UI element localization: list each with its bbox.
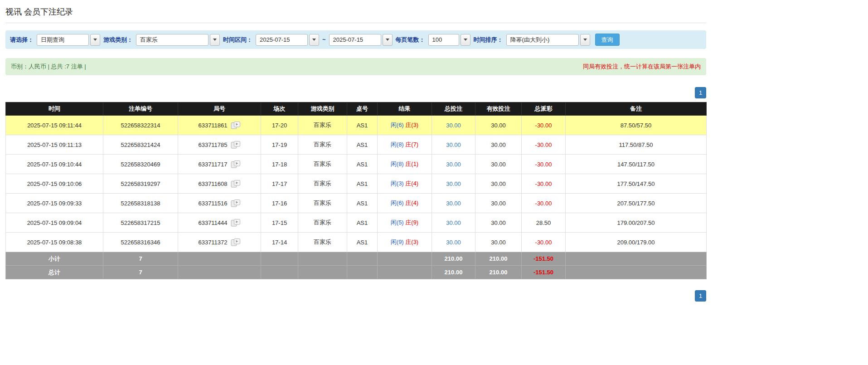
session-cell: 17-17	[261, 174, 298, 194]
col-header-bet-id: 注单编号	[103, 102, 178, 116]
chevron-down-icon	[213, 39, 217, 41]
date-from-dropdown-button[interactable]	[309, 34, 319, 46]
result-cell: 闲(8) 庄(7)	[378, 135, 432, 155]
subtotal-count: 7	[103, 252, 178, 266]
game-type-input[interactable]	[136, 34, 209, 46]
col-header-total-bet: 总投注	[432, 102, 475, 116]
table-row: 2025-07-15 09:09:33 522658318138 6337115…	[6, 194, 707, 213]
bet-id-cell: 522658321424	[103, 135, 178, 155]
round-id-text: 633711861	[198, 122, 227, 129]
col-header-table-no: 桌号	[347, 102, 378, 116]
result-banker: 庄(4)	[405, 200, 418, 206]
total-bet-link[interactable]: 30.00	[446, 200, 461, 207]
result-player: 闲(5)	[391, 219, 404, 226]
pagination-bottom: 1	[5, 290, 706, 302]
total-bet-cell: 30.00	[432, 174, 475, 194]
total-bet-link[interactable]: 30.00	[446, 141, 461, 148]
page-size-dropdown-button[interactable]	[461, 34, 470, 46]
replay-video-icon[interactable]	[231, 160, 241, 169]
result-player: 闲(8)	[391, 141, 404, 148]
table-no-cell: AS1	[347, 135, 378, 155]
filter-label-date-range: 时间区间：	[223, 36, 252, 44]
filter-label-select-mode: 请选择：	[10, 36, 34, 44]
main-container: 视讯 会员下注纪录 请选择： 游戏类别： 时间区间： ~ 每页笔数： 时间排序：	[5, 6, 706, 302]
remark-cell: 179.00/207.50	[566, 213, 707, 233]
replay-video-icon[interactable]	[231, 180, 241, 188]
valid-bet-cell: 30.00	[475, 155, 522, 174]
replay-video-icon[interactable]	[231, 199, 241, 208]
date-from-input[interactable]	[256, 34, 308, 46]
time-sort-dropdown-button[interactable]	[580, 34, 590, 46]
table-no-cell: AS1	[347, 116, 378, 135]
game-type-combobox	[136, 34, 220, 46]
remark-cell: 207.50/177.50	[566, 194, 707, 213]
replay-video-icon[interactable]	[231, 121, 241, 130]
page-title: 视讯 会员下注纪录	[5, 6, 706, 23]
result-banker: 庄(1)	[405, 161, 418, 167]
payout-cell: -30.00	[522, 155, 566, 174]
col-header-session: 场次	[261, 102, 298, 116]
total-bet-link[interactable]: 30.00	[446, 239, 461, 246]
col-header-result: 结果	[378, 102, 432, 116]
round-cell: 633711444	[178, 213, 261, 233]
total-label: 总计	[6, 266, 103, 279]
valid-bet-cell: 30.00	[475, 135, 522, 155]
total-bet-link[interactable]: 30.00	[446, 161, 461, 168]
round-id-text: 633711516	[198, 200, 227, 207]
filter-bar: 请选择： 游戏类别： 时间区间： ~ 每页笔数： 时间排序：	[5, 30, 706, 49]
time-sort-input[interactable]	[506, 34, 579, 46]
time-cell: 2025-07-15 09:10:44	[6, 155, 103, 174]
time-cell: 2025-07-15 09:08:38	[6, 233, 103, 252]
game-type-cell: 百家乐	[298, 194, 347, 213]
result-cell: 闲(5) 庄(9)	[378, 213, 432, 233]
round-id-text: 633711444	[198, 219, 227, 226]
replay-video-icon[interactable]	[231, 238, 241, 247]
replay-video-icon[interactable]	[231, 141, 241, 149]
time-cell: 2025-07-15 09:09:04	[6, 213, 103, 233]
payout-cell: -30.00	[522, 116, 566, 135]
game-type-dropdown-button[interactable]	[210, 34, 220, 46]
bet-id-cell: 522658316346	[103, 233, 178, 252]
total-bet-link[interactable]: 30.00	[446, 122, 461, 129]
page-size-input[interactable]	[428, 34, 459, 46]
subtotal-valid-bet: 210.00	[475, 252, 522, 266]
time-sort-combobox	[506, 34, 590, 46]
summary-bar: 币别：人民币 | 总共 :7 注单 | 同局有效投注，统一计算在该局第一张注单内	[5, 58, 706, 75]
round-cell: 633711785	[178, 135, 261, 155]
select-mode-input[interactable]	[37, 34, 89, 46]
valid-bet-notice-text: 同局有效投注，统一计算在该局第一张注单内	[583, 63, 701, 71]
total-bet-link[interactable]: 30.00	[446, 219, 461, 226]
total-bet-cell: 30.00	[432, 213, 475, 233]
table-no-cell: AS1	[347, 174, 378, 194]
round-cell: 633711608	[178, 174, 261, 194]
replay-video-icon[interactable]	[231, 219, 241, 227]
subtotal-payout: -151.50	[522, 252, 566, 266]
table-row: 2025-07-15 09:11:13 522658321424 6337117…	[6, 135, 707, 155]
remark-cell: 147.50/117.50	[566, 155, 707, 174]
col-header-time: 时间	[6, 102, 103, 116]
time-cell: 2025-07-15 09:11:13	[6, 135, 103, 155]
select-mode-dropdown-button[interactable]	[90, 34, 100, 46]
total-bet-link[interactable]: 30.00	[446, 180, 461, 187]
page-1-button[interactable]: 1	[695, 87, 706, 98]
result-player: 闲(3)	[391, 180, 404, 187]
bet-id-cell: 522658317215	[103, 213, 178, 233]
page-1-button[interactable]: 1	[695, 290, 706, 302]
date-to-input[interactable]	[329, 34, 381, 46]
total-bet-cell: 30.00	[432, 116, 475, 135]
session-cell: 17-14	[261, 233, 298, 252]
chevron-down-icon	[93, 39, 97, 41]
chevron-down-icon	[583, 39, 587, 41]
chevron-down-icon	[386, 39, 389, 41]
search-button[interactable]: 查询	[595, 34, 620, 46]
result-cell: 闲(3) 庄(4)	[378, 174, 432, 194]
date-to-dropdown-button[interactable]	[383, 34, 393, 46]
bet-id-cell: 522658322314	[103, 116, 178, 135]
round-id-text: 633711608	[198, 180, 227, 187]
result-banker: 庄(4)	[405, 180, 418, 187]
total-bet-cell: 30.00	[432, 194, 475, 213]
remark-cell: 87.50/57.50	[566, 116, 707, 135]
table-no-cell: AS1	[347, 194, 378, 213]
total-count: 7	[103, 266, 178, 279]
col-header-round-id: 局号	[178, 102, 261, 116]
